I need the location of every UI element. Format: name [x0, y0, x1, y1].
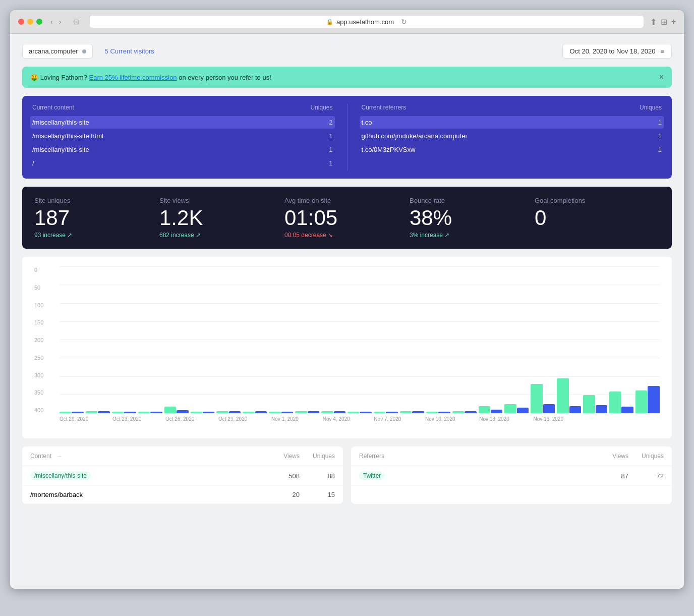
referrers-table-row-1[interactable]: Twitter 87 72	[351, 466, 672, 486]
content-table-views-1: 508	[264, 472, 300, 480]
bar-blue-17	[517, 408, 529, 413]
content-table-row-1[interactable]: /miscellany/this-site 508 88	[22, 466, 343, 486]
minimize-button[interactable]	[27, 19, 33, 25]
referrer-name-2: github.com/jmduke/arcana.computer	[362, 132, 468, 140]
content-uniques-4: 1	[329, 159, 332, 167]
banner-close-button[interactable]: ×	[659, 73, 664, 82]
bar-green-16	[479, 406, 490, 414]
referrers-table: Referrers Views Uniques Twitter 87 72	[351, 446, 672, 504]
bar-green-0	[60, 412, 71, 413]
metric-views-label: Site views	[159, 197, 284, 204]
bar-group-11	[348, 267, 372, 413]
content-path-2: /miscellany/this-site.html	[32, 132, 103, 140]
x-label-4: Nov 7, 2020	[374, 416, 401, 428]
bar-blue-3	[150, 412, 162, 413]
x-label-10: Nov 16, 2020	[533, 416, 563, 428]
bar-green-4	[164, 407, 176, 413]
chart-container: 400 350 300 250 200 150 100 50 0	[34, 267, 660, 428]
site-selector[interactable]: arcana.computer	[22, 44, 93, 59]
date-range-picker[interactable]: Oct 20, 2020 to Nov 18, 2020 ≡	[562, 44, 672, 59]
bar-group-3	[138, 267, 162, 413]
referrer-table-views-1: 87	[593, 472, 628, 480]
metric-goal-value: 0	[535, 207, 660, 229]
add-tab-button[interactable]: +	[671, 17, 676, 26]
current-referrers-section: Current referrers Uniques t.co 1 github.…	[360, 104, 664, 171]
bar-blue-15	[465, 411, 476, 413]
visitors-badge[interactable]: 5 Current visitors	[105, 47, 154, 55]
x-label-12	[588, 416, 612, 428]
reload-button[interactable]: ↻	[401, 18, 407, 26]
bar-group-12	[374, 267, 398, 413]
content-table-row-2[interactable]: /mortems/barback 20 15	[22, 486, 343, 504]
metric-time-value: 01:05	[284, 207, 410, 229]
back-button[interactable]: ‹	[48, 17, 55, 27]
content-row-1[interactable]: /miscellany/this-site 2	[30, 116, 335, 129]
bar-blue-22	[648, 386, 659, 413]
bar-green-17	[504, 404, 516, 413]
bar-group-0	[60, 267, 84, 413]
sidebar-toggle-button[interactable]: ⊡	[69, 17, 83, 27]
x-label-8: Nov 13, 2020	[479, 416, 509, 428]
new-tab-button[interactable]: ⊞	[661, 17, 667, 27]
content-row-4[interactable]: / 1	[30, 157, 335, 170]
bar-green-2	[112, 412, 124, 413]
content-row-3[interactable]: /miscellany/this-site 1	[30, 143, 335, 156]
traffic-lights	[18, 19, 42, 25]
bar-green-6	[216, 411, 228, 413]
x-label-nov4	[194, 416, 218, 428]
metric-uniques-change: 93 increase ↗	[34, 232, 159, 239]
content-path-4: /	[32, 159, 34, 167]
metric-uniques-value: 187	[34, 207, 159, 229]
bar-group-1	[86, 267, 110, 413]
bar-group-21	[609, 267, 633, 413]
fullscreen-button[interactable]	[36, 19, 42, 25]
y-label-100: 100	[34, 302, 54, 308]
uniques-col-header: Uniques	[300, 453, 335, 460]
metric-time-change: 00:05 decrease ↘	[284, 232, 410, 239]
content-uniques-1: 2	[329, 119, 332, 126]
bar-blue-7	[255, 411, 267, 413]
x-label-11	[563, 416, 588, 428]
referrer-row-1[interactable]: t.co 1	[360, 116, 664, 129]
referrer-name-1: t.co	[362, 119, 372, 126]
bar-group-7	[243, 267, 267, 413]
banner-link[interactable]: Earn 25% lifetime commission	[89, 74, 177, 81]
bar-blue-2	[124, 412, 136, 413]
y-label-50: 50	[34, 285, 54, 291]
bar-green-18	[531, 384, 542, 413]
referrer-table-name-1: Twitter	[359, 471, 593, 480]
bar-green-3	[138, 412, 150, 413]
x-label-14	[635, 416, 660, 428]
content-row-2[interactable]: /miscellany/this-site.html 1	[30, 130, 335, 142]
bar-group-8	[269, 267, 293, 413]
bar-green-22	[635, 390, 647, 413]
referrers-table-header: Referrers Views Uniques	[351, 446, 672, 466]
bar-blue-18	[543, 404, 555, 413]
bar-blue-0	[72, 412, 83, 413]
page-content: arcana.computer 5 Current visitors Oct 2…	[10, 34, 684, 589]
stats-divider	[347, 104, 348, 171]
referrer-name-3: t.co/0M3zPKVSxw	[362, 146, 416, 153]
x-label-oct23	[88, 416, 112, 428]
x-label-nov16	[299, 416, 323, 428]
share-button[interactable]: ⬆	[650, 17, 657, 27]
x-label-2: Nov 4, 2020	[323, 416, 350, 428]
y-label-300: 300	[34, 372, 54, 378]
bar-blue-13	[412, 411, 424, 413]
filter-icon: ≡	[660, 47, 664, 55]
referrer-row-2[interactable]: github.com/jmduke/arcana.computer 1	[360, 130, 664, 142]
metric-bounce-label: Bounce rate	[410, 197, 535, 204]
metric-bounce-change: 3% increase ↗	[410, 232, 535, 239]
bar-blue-9	[308, 411, 319, 413]
browser-window: ‹ › ⊡ 🔒 app.usefathom.com ↻ ⬆ ⊞ + arcana…	[10, 10, 684, 589]
referrer-row-3[interactable]: t.co/0M3zPKVSxw 1	[360, 143, 664, 156]
y-label-150: 150	[34, 319, 54, 325]
address-bar[interactable]: 🔒 app.usefathom.com ↻	[89, 15, 644, 28]
forward-button[interactable]: ›	[57, 17, 64, 27]
bar-group-18	[531, 267, 555, 413]
current-content-label: Current content	[32, 104, 74, 111]
x-label-nov1: Oct 26, 2020	[165, 416, 194, 428]
bar-green-12	[374, 412, 385, 413]
bar-group-14	[426, 267, 450, 413]
close-button[interactable]	[18, 19, 24, 25]
